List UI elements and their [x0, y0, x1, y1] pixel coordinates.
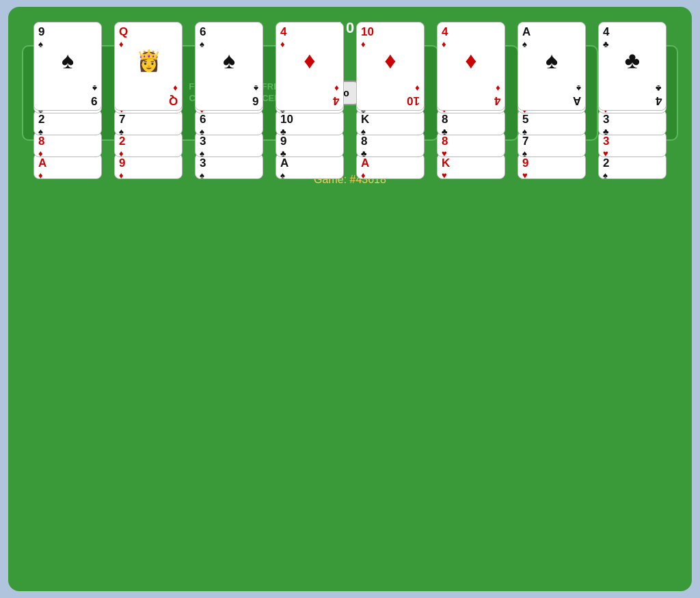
card[interactable]: 4♦4♦♦	[275, 22, 344, 111]
card[interactable]: 4♦4♦♦	[437, 22, 505, 111]
card[interactable]: 6♠6♠♠	[195, 22, 263, 111]
card[interactable]: 4♣4♣♣	[598, 22, 667, 111]
card[interactable]: A♠A♠♠	[517, 22, 586, 111]
game-container: 00:17 | 0 Moves FREECELL FREECELL FREECE…	[8, 7, 692, 591]
card[interactable]: 10♦10♦♦	[356, 22, 425, 111]
card[interactable]: Q♦Q♦👸	[114, 22, 183, 111]
card[interactable]: 9♠9♠♠	[33, 22, 102, 111]
